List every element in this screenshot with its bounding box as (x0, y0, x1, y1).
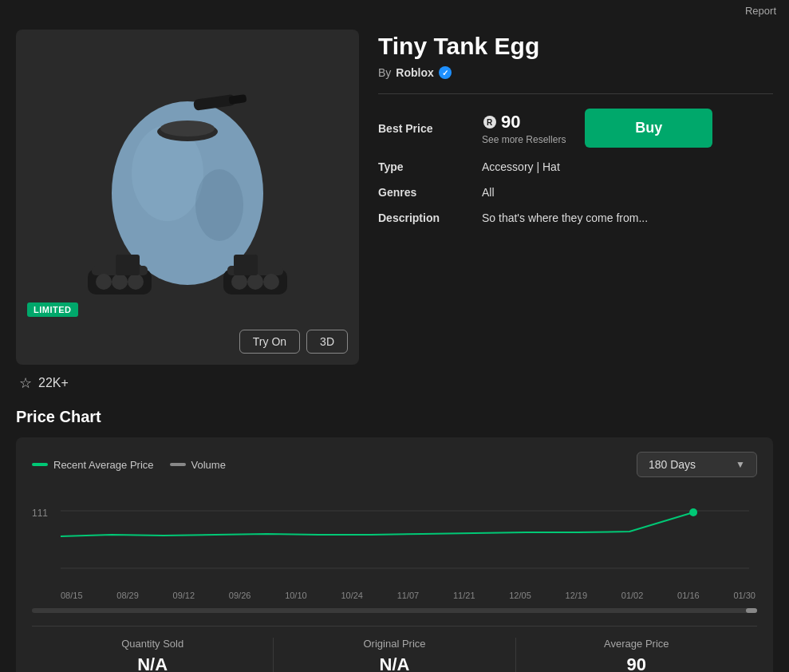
period-label: 180 Days (649, 458, 696, 471)
favorites-count: 22K+ (38, 376, 69, 390)
price-chart-title: Price Chart (16, 408, 773, 426)
description-row: Description So that's where they come fr… (378, 211, 773, 224)
stat-value: N/A (32, 654, 273, 672)
info-table: Best Price R 90 See more Resellers Buy (378, 109, 773, 224)
chart-container: Recent Average Price Volume 180 Days ▼ 1… (16, 437, 773, 672)
chevron-down-icon: ▼ (736, 459, 745, 470)
genres-label: Genres (378, 186, 482, 199)
legend-vol-dot (170, 463, 186, 466)
x-label: 10/24 (341, 591, 363, 600)
price-amount: R 90 (482, 112, 566, 132)
y-label: 111 (32, 508, 48, 519)
chart-scrollbar[interactable] (32, 608, 757, 613)
right-panel: Tiny Tank Egg By Roblox ✓ Best Price R (378, 30, 773, 392)
price-display: R 90 See more Resellers (482, 112, 566, 145)
x-label: 09/12 (173, 591, 195, 600)
item-image (52, 45, 323, 349)
stat-label: Average Price (516, 638, 757, 650)
creator-name[interactable]: Roblox (396, 66, 433, 79)
price-label: Best Price (378, 122, 482, 135)
x-label: 12/19 (566, 591, 588, 600)
svg-point-4 (160, 121, 215, 136)
svg-point-10 (112, 274, 128, 290)
x-label: 08/15 (61, 591, 83, 600)
stat-label: Quantity Sold (32, 638, 273, 650)
svg-point-23 (689, 508, 697, 516)
period-selector[interactable]: 180 Days ▼ (637, 452, 757, 477)
item-image-container: LIMITED Try On 3D (16, 30, 359, 365)
chart-legend: Recent Average Price Volume (32, 459, 226, 471)
by-label: By (378, 66, 391, 79)
x-label: 01/16 (677, 591, 700, 600)
image-buttons: Try On 3D (239, 330, 348, 354)
left-panel: LIMITED Try On 3D ☆ 22K+ (16, 30, 359, 392)
x-label: 11/07 (397, 591, 420, 600)
x-label: 01/30 (733, 591, 755, 600)
svg-point-15 (247, 274, 263, 290)
legend-avg-dot (32, 463, 48, 466)
type-value: Accessory | Hat (482, 160, 560, 173)
star-icon[interactable]: ☆ (19, 374, 32, 392)
stats-row: Quantity Sold N/A Original Price N/A Ave… (32, 626, 757, 672)
legend-avg-label: Recent Average Price (53, 459, 154, 471)
svg-rect-18 (234, 255, 258, 275)
svg-rect-17 (116, 255, 140, 275)
price-row: Best Price R 90 See more Resellers Buy (378, 109, 773, 148)
genres-value: All (482, 186, 495, 199)
creator-row: By Roblox ✓ (378, 66, 773, 94)
stat-value: 90 (516, 654, 757, 672)
description-value: So that's where they come from... (482, 211, 648, 224)
see-resellers-link[interactable]: See more Resellers (482, 134, 566, 145)
chart-legend-row: Recent Average Price Volume 180 Days ▼ (32, 452, 757, 477)
x-labels: 08/1508/2909/1209/2610/1010/2411/0711/21… (32, 587, 757, 600)
stat-item: Original Price N/A (273, 638, 515, 672)
stat-item: Average Price 90 (515, 638, 757, 672)
legend-vol-label: Volume (191, 459, 226, 471)
svg-point-14 (231, 274, 247, 290)
type-row: Type Accessory | Hat (378, 160, 773, 173)
genres-row: Genres All (378, 186, 773, 199)
try-on-button[interactable]: Try On (239, 330, 300, 354)
limited-badge: LIMITED (27, 302, 78, 317)
chart-svg-wrap: 111 (32, 488, 757, 584)
legend-vol-item: Volume (170, 459, 226, 471)
price-chart-section: Price Chart Recent Average Price Volume … (0, 408, 789, 672)
x-label: 11/21 (453, 591, 475, 600)
x-label: 12/05 (509, 591, 531, 600)
main-content: LIMITED Try On 3D ☆ 22K+ Tiny Tank Egg B… (0, 22, 789, 408)
robux-icon: R (482, 114, 498, 130)
chart-svg (32, 488, 757, 584)
x-label: 08/29 (116, 591, 139, 600)
stat-value: N/A (274, 654, 515, 672)
stat-label: Original Price (274, 638, 515, 650)
type-label: Type (378, 160, 482, 173)
x-label: 09/26 (229, 591, 251, 600)
x-label: 01/02 (621, 591, 644, 600)
svg-point-9 (96, 274, 112, 290)
verified-icon: ✓ (439, 66, 452, 79)
svg-point-16 (263, 274, 279, 290)
legend-avg-item: Recent Average Price (32, 459, 154, 471)
favorites-row: ☆ 22K+ (16, 374, 359, 392)
stat-item: Quantity Sold N/A (32, 638, 273, 672)
chart-scroll-thumb[interactable] (746, 608, 757, 613)
report-link[interactable]: Report (745, 5, 776, 17)
threed-button[interactable]: 3D (306, 330, 348, 354)
svg-point-11 (128, 274, 144, 290)
item-title: Tiny Tank Egg (378, 33, 773, 60)
top-bar: Report (0, 0, 789, 22)
svg-point-2 (195, 169, 243, 241)
svg-text:R: R (487, 118, 493, 127)
buy-button[interactable]: Buy (585, 109, 712, 148)
description-label: Description (378, 211, 482, 224)
price-number: 90 (501, 112, 520, 132)
x-label: 10/10 (285, 591, 307, 600)
